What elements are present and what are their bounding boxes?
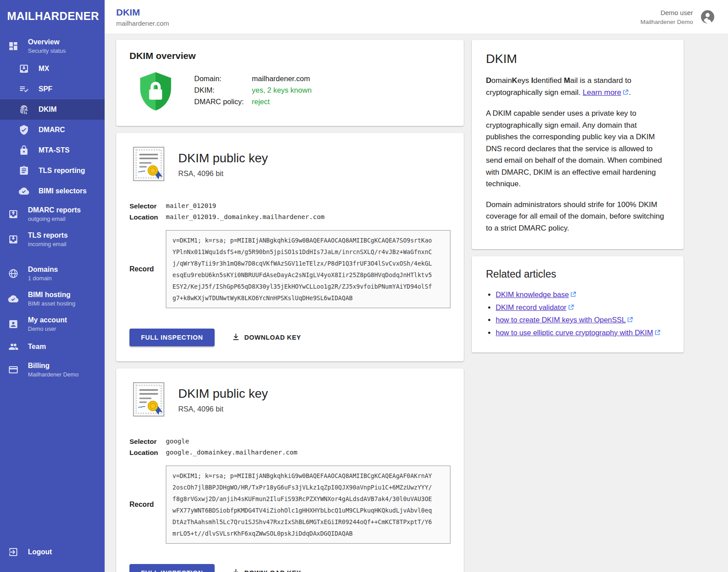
sidebar: MAILHARDENER Overview Security status MX… (0, 0, 105, 572)
sidebar-item-sublabel: Mailhardener Demo (28, 371, 78, 378)
related-article-link[interactable]: how to use elliptic curve cryptography w… (496, 329, 653, 337)
shield-check-icon (19, 125, 29, 135)
main-area: DKIM mailhardener.com Demo user Mailhard… (105, 0, 728, 572)
main-column: DKIM overview (116, 40, 464, 572)
download-key-button[interactable]: DOWNLOAD KEY (227, 329, 305, 346)
related-article-item: how to use elliptic curve cryptography w… (496, 327, 669, 340)
overview-label: DKIM: (194, 84, 252, 96)
download-key-button[interactable]: DOWNLOAD KEY (227, 564, 305, 572)
globe-icon (8, 268, 19, 279)
dkim-record-box: v=DKIM1; k=rsa; p=MIIBIjANBgkqhkiG9w0BAQ… (166, 230, 450, 308)
user-menu[interactable]: Demo user Mailhardener Demo (640, 9, 716, 25)
full-inspection-button[interactable]: FULL INSPECTION (129, 564, 215, 572)
sidebar-item-label: Domains (28, 266, 58, 274)
selector-value: mailer_012019 (166, 200, 216, 212)
location-value: google._domainkey.mailhardener.com (166, 447, 297, 458)
shield-lock-icon (137, 71, 175, 114)
key-card-title: DKIM public key (178, 387, 268, 401)
selector-label: Selector (129, 200, 166, 212)
sidebar-item-label: Logout (28, 548, 52, 556)
related-article-item: how to create DKIM keys with OpenSSL (496, 314, 669, 327)
dkim-record-box: v=DKIM1; k=rsa; p=MIIBIjANBgkqhkiG9w0BAQ… (166, 466, 450, 544)
page-title: DKIM (116, 7, 169, 18)
info-paragraph-2: A DKIM capable sender uses a private key… (486, 108, 669, 190)
sidebar-item-bimi-selectors[interactable]: BIMI selectors (0, 181, 105, 201)
inbox-tray-icon (8, 234, 19, 245)
sidebar-item-logout[interactable]: Logout (0, 542, 105, 562)
card-title: DKIM overview (129, 51, 450, 61)
sidebar-item-dmarc-reports[interactable]: DMARC reports outgoing email (0, 201, 105, 227)
sidebar-item-label: Overview (28, 38, 66, 46)
account-box-icon (8, 319, 19, 329)
location-row: Location google._domainkey.mailhardener.… (129, 447, 450, 458)
dkim-info-card: DKIM DomainKeys Identified Mail is a sta… (472, 40, 684, 249)
related-article-item: DKIM knowledge base (496, 289, 669, 302)
content: DKIM overview (105, 34, 728, 572)
external-link-icon (568, 302, 574, 314)
external-link-icon (654, 327, 661, 340)
people-icon (8, 341, 19, 352)
user-organization: Mailhardener Demo (640, 19, 693, 25)
sidebar-item-label: TLS reports (28, 231, 68, 239)
dkim-record-value: v=DKIM1; k=rsa; p=MIIBIjANBgkqhkiG9w0BAQ… (172, 235, 444, 304)
related-articles-title: Related articles (486, 268, 669, 280)
related-article-link[interactable]: DKIM knowledge base (496, 290, 569, 298)
download-icon (231, 333, 244, 343)
user-name: Demo user (640, 9, 693, 16)
sidebar-item-domains[interactable]: Domains 1 domain (0, 261, 105, 286)
sidebar-item-sublabel: incoming email (28, 241, 68, 247)
sidebar-nav: Overview Security status MX SPF DKIM (0, 33, 105, 382)
sidebar-item-team[interactable]: Team (0, 337, 105, 357)
sidebar-item-sublabel: outgoing email (28, 215, 81, 222)
sidebar-item-sublabel: BIMI asset hosting (28, 300, 75, 307)
brand-logo: MAILHARDENER (0, 0, 105, 33)
sidebar-item-my-account[interactable]: My account Demo user (0, 311, 105, 337)
info-card-title: DKIM (486, 52, 669, 66)
location-row: Location mailer_012019._domainkey.mailha… (129, 212, 450, 223)
nav-spacer (0, 252, 105, 261)
clipboard-icon (19, 165, 29, 176)
avatar-icon[interactable] (700, 9, 716, 25)
sidebar-item-spf[interactable]: SPF (0, 79, 105, 99)
sidebar-item-label: MTA-STS (39, 146, 70, 154)
page-header: DKIM mailhardener.com Demo user Mailhard… (105, 0, 728, 34)
learn-more-link[interactable]: Learn more (583, 88, 621, 97)
sidebar-item-dkim[interactable]: DKIM (0, 99, 105, 120)
record-label: Record (129, 265, 166, 273)
full-inspection-button[interactable]: FULL INSPECTION (129, 329, 215, 346)
lock-icon (19, 145, 29, 156)
key-card-subtitle: RSA, 4096 bit (178, 405, 268, 413)
related-article-link[interactable]: how to create DKIM keys with OpenSSL (496, 316, 626, 324)
dkim-overview-card: DKIM overview (116, 40, 464, 126)
dkim-key-card: DKIM public key RSA, 4096 bit Selector g… (116, 368, 464, 572)
overview-value: yes, 2 keys known (252, 84, 312, 96)
sidebar-item-mta-sts[interactable]: MTA-STS (0, 140, 105, 161)
record-row: Record v=DKIM1; k=rsa; p=MIIBIjANBgkqhki… (129, 466, 450, 544)
related-article-item: DKIM record validator (496, 302, 669, 314)
external-link-icon (570, 289, 576, 302)
location-label: Location (129, 212, 166, 223)
sidebar-item-label: BIMI hosting (28, 291, 75, 299)
sidebar-item-mx[interactable]: MX (0, 59, 105, 79)
sidebar-item-label: DMARC reports (28, 206, 81, 214)
location-value: mailer_012019._domainkey.mailhardener.co… (166, 212, 325, 223)
page-subtitle: mailhardener.com (116, 20, 169, 27)
overview-label: DMARC policy: (194, 96, 252, 107)
sidebar-item-overview[interactable]: Overview Security status (0, 33, 105, 59)
outbox-icon (8, 209, 19, 219)
sidebar-item-bimi-hosting[interactable]: BIMI hosting BIMI asset hosting (0, 286, 105, 311)
external-link-icon (622, 87, 629, 99)
sidebar-item-sublabel: Demo user (28, 325, 67, 332)
sidebar-item-tls-reports[interactable]: TLS reports incoming email (0, 227, 105, 252)
overview-row: DKIM: yes, 2 keys known (194, 84, 312, 96)
cloud-check-icon (8, 294, 19, 304)
related-article-link[interactable]: DKIM record validator (496, 303, 567, 311)
key-card-subtitle: RSA, 4096 bit (178, 169, 268, 178)
sidebar-item-label: MX (39, 65, 49, 73)
sidebar-item-tls-reporting[interactable]: TLS reporting (0, 161, 105, 181)
sidebar-item-billing[interactable]: Billing Mailhardener Demo (0, 357, 105, 382)
sidebar-item-dmarc[interactable]: DMARC (0, 120, 105, 140)
overview-value: reject (252, 96, 270, 107)
external-link-icon (627, 314, 633, 327)
dkim-record-value: v=DKIM1; k=rsa; p=MIIBIjANBgkqhkiG9w0BAQ… (172, 470, 444, 539)
